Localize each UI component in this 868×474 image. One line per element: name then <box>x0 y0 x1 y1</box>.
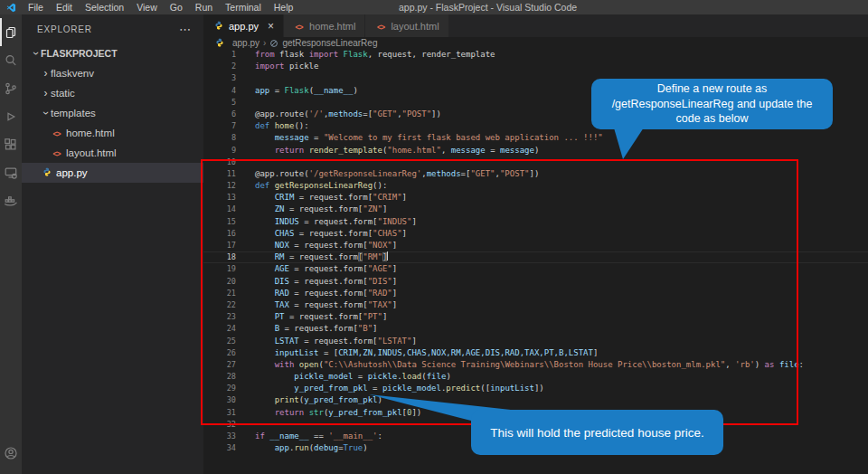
tree-item-layout-html[interactable]: <>layout.html <box>22 143 203 163</box>
tab-app-py[interactable]: app.py× <box>203 14 284 37</box>
code-line-24: 24 B = request.form["B"] <box>203 323 868 335</box>
code-text: app = Flask(__name__) <box>255 85 358 97</box>
run-and-debug-icon[interactable] <box>0 102 22 130</box>
line-number: 16 <box>203 228 236 240</box>
tree-item-label: app.py <box>56 167 88 178</box>
line-number: 30 <box>203 394 236 406</box>
code-text: DIS = request.form["DIS"] <box>255 276 397 288</box>
menu-terminal[interactable]: Terminal <box>219 0 268 14</box>
file-tree: ›FLASKPROJECT›flaskvenv›static›templates… <box>22 43 203 183</box>
activity-bar <box>0 14 22 474</box>
breadcrumb: app.py › getResponseLinearReg <box>203 37 868 49</box>
code-line-29: 29 y_pred_from_pkl = pickle_model.predic… <box>203 383 868 394</box>
line-number: 31 <box>203 407 236 419</box>
extensions-icon[interactable] <box>0 130 22 158</box>
code-text: RAD = request.form["RAD"] <box>255 288 397 299</box>
line-number: 32 <box>203 419 236 431</box>
line-number: 5 <box>203 97 236 109</box>
code-text: from flask import Flask, request, render… <box>255 49 495 61</box>
code-text: def home(): <box>255 120 309 132</box>
menu-view[interactable]: View <box>130 0 164 14</box>
annotation-callout-bottom: This will hold the predicted house price… <box>471 410 723 455</box>
explorer-sidebar: EXPLORER ⋯ ›FLASKPROJECT›flaskvenv›stati… <box>22 14 203 474</box>
tree-item-app-py[interactable]: app.py <box>22 163 203 183</box>
code-text: message = "Welcome to my first flask bas… <box>255 132 603 144</box>
text-cursor <box>387 251 388 261</box>
tree-item-flaskproject[interactable]: ›FLASKPROJECT <box>22 43 203 63</box>
python-file-icon <box>212 21 224 32</box>
code-line-14: 14 ZN = request.form["ZN"] <box>203 204 868 215</box>
search-icon[interactable] <box>0 46 22 74</box>
tab-label: layout.html <box>391 21 439 32</box>
tree-item-label: layout.html <box>66 147 117 158</box>
code-text: app.run(debug=True) <box>255 442 368 454</box>
code-line-23: 23 PT = request.form["PT"] <box>203 311 868 323</box>
line-number: 28 <box>203 371 236 383</box>
vscode-logo-icon <box>6 3 16 13</box>
symbol-method-icon <box>269 39 278 48</box>
code-line-27: 27 with open("C:\\Ashutosh\\Data Science… <box>203 359 868 371</box>
more-actions-icon[interactable]: ⋯ <box>179 23 203 36</box>
code-text: TAX = request.form["TAX"] <box>255 299 397 311</box>
source-control-icon[interactable] <box>0 74 22 102</box>
code-text: PT = request.form["PT"] <box>255 311 387 323</box>
tab-label: app.py <box>229 21 259 32</box>
menu-help[interactable]: Help <box>268 0 300 14</box>
tree-item-home-html[interactable]: <>home.html <box>22 123 203 143</box>
tree-item-flaskvenv[interactable]: ›flaskvenv <box>22 63 203 83</box>
code-line-19: 19 AGE = request.form["AGE"] <box>203 263 868 275</box>
line-number: 12 <box>203 180 236 192</box>
menu-file[interactable]: File <box>22 0 50 14</box>
line-number: 13 <box>203 192 236 204</box>
docker-icon[interactable] <box>0 186 22 214</box>
line-number: 6 <box>203 109 236 120</box>
line-number: 27 <box>203 359 236 371</box>
breadcrumb-separator: › <box>263 38 266 48</box>
breadcrumb-file[interactable]: app.py <box>232 38 259 48</box>
menu-edit[interactable]: Edit <box>50 0 79 14</box>
line-number: 18 <box>203 251 236 263</box>
account-icon[interactable] <box>0 439 22 467</box>
title-bar: FileEditSelectionViewGoRunTerminalHelp a… <box>0 0 868 14</box>
code-line-26: 26 inputList = [CRIM,ZN,INDUS,CHAS,NOX,R… <box>203 347 868 359</box>
code-text: INDUS = request.form["INDUS"] <box>255 216 417 228</box>
line-number: 17 <box>203 240 236 251</box>
line-number: 19 <box>203 263 236 275</box>
tab-home-html[interactable]: <>home.html <box>284 14 365 37</box>
callout-top-text: Define a new route as /getResponseLinear… <box>600 81 824 127</box>
line-number: 8 <box>203 132 236 144</box>
code-text: with open("C:\\Ashutosh\\Data Science Tr… <box>255 359 804 371</box>
line-number: 24 <box>203 323 236 335</box>
code-text: @app.route('/',methods=["GET","POST"]) <box>255 109 441 120</box>
tab-bar: app.py×<>home.html<>layout.html <box>203 14 868 37</box>
breadcrumb-symbol[interactable]: getResponseLinearReg <box>282 38 377 48</box>
code-line-30: 30 print(y_pred_from_pkl) <box>203 394 868 406</box>
line-number: 4 <box>203 85 236 97</box>
explorer-icon[interactable] <box>0 18 22 46</box>
line-number: 3 <box>203 72 236 84</box>
line-number: 10 <box>203 156 236 168</box>
code-line-18: 18 RM = request.form["RM"] <box>203 251 868 263</box>
code-text: RM = request.form["RM"] <box>255 251 388 263</box>
code-text: LSTAT = request.form["LSTAT"] <box>255 336 417 347</box>
line-number: 22 <box>203 299 236 311</box>
line-number: 34 <box>203 442 236 454</box>
code-text: y_pred_from_pkl = pickle_model.predict([… <box>255 383 544 394</box>
close-icon[interactable]: × <box>268 20 274 33</box>
menu-run[interactable]: Run <box>189 0 219 14</box>
line-number: 1 <box>203 49 236 61</box>
tree-item-templates[interactable]: ›templates <box>22 103 203 123</box>
code-line-8: 8 message = "Welcome to my first flask b… <box>203 132 868 144</box>
line-number: 20 <box>203 276 236 288</box>
remote-explorer-icon[interactable] <box>0 158 22 186</box>
tree-item-label: FLASKPROJECT <box>41 48 118 59</box>
menu-selection[interactable]: Selection <box>79 0 130 14</box>
tree-item-label: templates <box>51 108 96 118</box>
menu-bar: FileEditSelectionViewGoRunTerminalHelp <box>22 0 299 14</box>
tab-layout-html[interactable]: <>layout.html <box>365 14 448 37</box>
code-line-22: 22 TAX = request.form["TAX"] <box>203 299 868 311</box>
menu-go[interactable]: Go <box>164 0 189 14</box>
code-line-11: 11@app.route('/getResponseLinearReg',met… <box>203 168 868 180</box>
tree-item-label: static <box>51 88 75 99</box>
tree-item-static[interactable]: ›static <box>22 83 203 103</box>
